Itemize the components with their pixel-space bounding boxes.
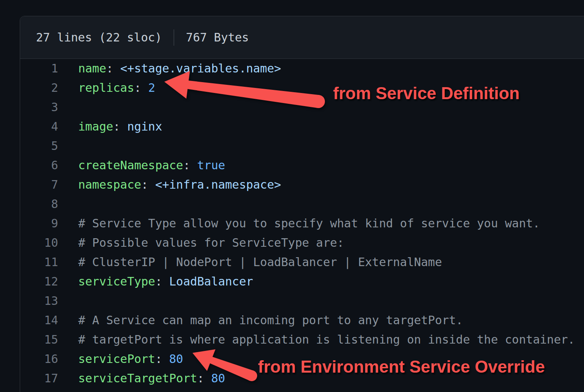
code-token-key: image — [78, 120, 113, 133]
line-number[interactable]: 2 — [20, 78, 58, 98]
code-token-comment: # targetPort is where application is lis… — [78, 333, 575, 346]
line-number[interactable]: 13 — [20, 291, 58, 311]
line-number[interactable]: 8 — [20, 194, 58, 214]
code-token-punct: : — [113, 120, 127, 133]
code-line: 3 — [20, 98, 584, 117]
code-token-punct: : — [183, 158, 197, 172]
line-number[interactable]: 10 — [20, 233, 58, 253]
line-number[interactable]: 15 — [20, 330, 58, 349]
code-token-key: createNamespace — [78, 158, 183, 172]
code-line-text: name: <+stage.variables.name> — [58, 59, 281, 78]
file-size: 767 Bytes — [186, 31, 249, 44]
code-line: 8 — [20, 194, 584, 214]
code-token-comment: # ClusterIP | NodePort | LoadBalancer | … — [78, 255, 442, 269]
line-number[interactable]: 9 — [20, 214, 58, 233]
code-line-text: createNamespace: true — [58, 156, 225, 175]
code-line: 11# ClusterIP | NodePort | LoadBalancer … — [20, 253, 584, 272]
code-line: 5 — [20, 136, 584, 156]
code-line: 16servicePort: 80 — [20, 349, 584, 369]
code-token-comment: # Possible values for ServiceType are: — [78, 236, 344, 249]
line-number[interactable]: 4 — [20, 117, 58, 136]
code-token-key: name — [78, 62, 106, 75]
code-token-punct: : — [134, 81, 148, 95]
code-token-string: nginx — [127, 120, 162, 133]
code-line-text: replicas: 2 — [58, 78, 155, 98]
page-background: 27 lines (22 sloc) 767 Bytes 1name: <+st… — [0, 0, 584, 392]
code-line: 2replicas: 2 — [20, 78, 584, 98]
line-number[interactable]: 12 — [20, 272, 58, 291]
code-line: 14# A Service can map an incoming port t… — [20, 311, 584, 330]
code-token-string: <+infra.namespace> — [155, 178, 281, 191]
file-viewer: 27 lines (22 sloc) 767 Bytes 1name: <+st… — [20, 16, 584, 392]
code-token-punct: : — [197, 371, 211, 385]
code-token-const: 2 — [148, 81, 155, 95]
code-line: 10# Possible values for ServiceType are: — [20, 233, 584, 253]
code-line-text: # Service Type allow you to specify what… — [58, 214, 540, 233]
code-line-text: serviceTargetPort: 80 — [58, 369, 225, 388]
code-token-string: LoadBalancer — [169, 275, 253, 288]
code-line: 9# Service Type allow you to specify wha… — [20, 214, 584, 233]
code-token-comment: # Service Type allow you to specify what… — [78, 217, 540, 230]
file-lines-info: 27 lines (22 sloc) — [36, 31, 162, 44]
code-token-comment: # A Service can map an incoming port to … — [78, 313, 463, 327]
line-number[interactable]: 3 — [20, 98, 58, 117]
line-number[interactable]: 7 — [20, 175, 58, 194]
line-number[interactable]: 16 — [20, 349, 58, 369]
code-line: 4image: nginx — [20, 117, 584, 136]
code-line: 1name: <+stage.variables.name> — [20, 59, 584, 78]
code-area: 1name: <+stage.variables.name>2replicas:… — [20, 59, 584, 388]
code-token-const: 80 — [211, 371, 225, 385]
code-line-text: serviceType: LoadBalancer — [58, 272, 253, 291]
code-line-text: # Possible values for ServiceType are: — [58, 233, 344, 253]
code-line-text: namespace: <+infra.namespace> — [58, 175, 281, 194]
line-number[interactable]: 6 — [20, 156, 58, 175]
code-line-text: # ClusterIP | NodePort | LoadBalancer | … — [58, 253, 442, 272]
code-token-punct: : — [155, 275, 169, 288]
code-line: 15# targetPort is where application is l… — [20, 330, 584, 349]
code-token-key: replicas — [78, 81, 134, 95]
code-line-text: # targetPort is where application is lis… — [58, 330, 575, 349]
code-token-const: 80 — [169, 352, 183, 366]
code-line-text: # A Service can map an incoming port to … — [58, 311, 463, 330]
line-number[interactable]: 14 — [20, 311, 58, 330]
line-number[interactable]: 1 — [20, 59, 58, 78]
code-line: 7namespace: <+infra.namespace> — [20, 175, 584, 194]
code-line: 17serviceTargetPort: 80 — [20, 369, 584, 388]
code-token-key: serviceType — [78, 275, 155, 288]
code-line-text: image: nginx — [58, 117, 162, 136]
line-number[interactable]: 17 — [20, 369, 58, 388]
code-token-key: namespace — [78, 178, 141, 191]
code-line: 12serviceType: LoadBalancer — [20, 272, 584, 291]
header-divider — [173, 29, 174, 46]
code-line: 13 — [20, 291, 584, 311]
line-number[interactable]: 5 — [20, 136, 58, 156]
code-token-punct: : — [106, 62, 120, 75]
code-token-string: <+stage.variables.name> — [120, 62, 281, 75]
code-token-punct: : — [155, 352, 169, 366]
code-token-punct: : — [141, 178, 155, 191]
code-line: 6createNamespace: true — [20, 156, 584, 175]
file-header: 27 lines (22 sloc) 767 Bytes — [20, 16, 584, 59]
code-token-const: true — [197, 158, 225, 172]
line-number[interactable]: 11 — [20, 253, 58, 272]
code-token-key: serviceTargetPort — [78, 371, 197, 385]
code-token-key: servicePort — [78, 352, 155, 366]
code-line-text: servicePort: 80 — [58, 349, 183, 369]
